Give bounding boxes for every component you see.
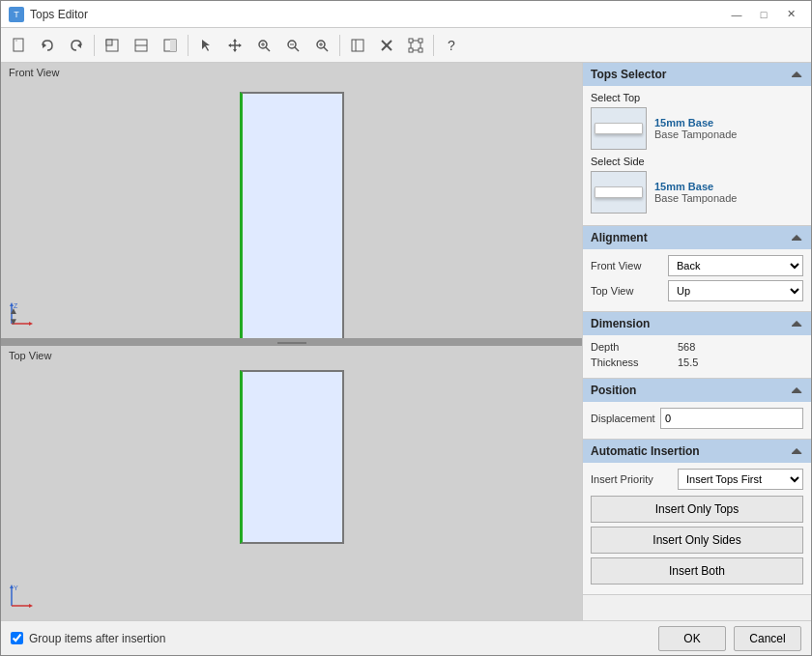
close-button[interactable]: ✕ [778,5,803,24]
select-button[interactable] [192,32,219,59]
alignment-section: Alignment ⏶ Front View Back Front Center… [583,226,811,312]
svg-marker-14 [228,43,231,47]
zoom-out-button[interactable] [279,32,306,59]
view3-button[interactable] [157,32,184,59]
svg-rect-34 [409,48,413,52]
side-thumbnail-inner [594,186,643,198]
top-item-name: 15mm Base [654,117,737,128]
svg-rect-32 [409,39,413,43]
auto-insertion-header[interactable]: Automatic Insertion ⏶ [583,440,811,463]
bottom-buttons: OK Cancel [658,626,801,651]
sep2 [188,35,188,56]
svg-line-24 [324,47,328,51]
top-thumbnail[interactable] [591,107,647,150]
svg-line-21 [295,47,299,51]
front-viewport: Front View Z ▲ ▼ [1,63,582,341]
position-content: Displacement [583,402,811,439]
svg-rect-5 [106,40,112,45]
undo-button[interactable] [34,32,61,59]
select-side-label: Select Side [591,156,803,167]
svg-rect-33 [419,39,422,43]
zoom-in-button[interactable] [308,32,335,59]
alignment-content: Front View Back Front Center Top View Up… [583,249,811,311]
alignment-title: Alignment [591,231,648,244]
window-title: Tops Editor [30,8,88,21]
svg-marker-3 [77,43,81,48]
displacement-input[interactable] [660,408,803,429]
alignment-collapse-icon: ⏶ [790,230,803,245]
svg-marker-12 [233,39,237,42]
right-panel: Tops Selector ⏶ Select Top 15mm Base Bas… [582,63,811,620]
top-item: 15mm Base Base Tamponade [591,107,803,150]
front-canvas: Z ▲ ▼ [1,63,582,338]
top-view-select[interactable]: Up Down Center [668,280,803,301]
displacement-row: Displacement [591,408,803,429]
title-controls: — □ ✕ [724,5,803,24]
depth-row: Depth 568 [591,341,803,353]
tops-selector-section: Tops Selector ⏶ Select Top 15mm Base Bas… [583,63,811,226]
front-view-label: Front View [9,67,59,78]
svg-text:Y: Y [14,585,18,591]
dimension-section: Dimension ⏶ Depth 568 Thickness 15.5 [583,312,811,379]
zoom-region-button[interactable] [250,32,277,59]
redo-button[interactable] [63,32,90,59]
delete-button[interactable] [373,32,400,59]
insert-only-tops-button[interactable]: Insert Only Tops [591,496,803,523]
position-header[interactable]: Position ⏶ [583,379,811,402]
depth-value: 568 [678,341,695,353]
tops-selector-collapse-icon: ⏶ [790,67,803,82]
front-view-form-label: Front View [591,260,668,271]
front-shelf-shape [240,92,344,338]
thickness-row: Thickness 15.5 [591,357,803,368]
move-button[interactable] [221,32,248,59]
side-item-sub: Base Tamponade [654,192,737,204]
svg-line-17 [266,47,270,51]
app-icon: T [9,7,24,22]
priority-select[interactable]: Insert Tops First Insert Sides First [678,469,803,490]
help-button[interactable]: ? [438,32,465,59]
view2-button[interactable] [128,32,155,59]
settings-button[interactable] [344,32,371,59]
view1-button[interactable] [99,32,126,59]
insert-only-sides-button[interactable]: Insert Only Sides [591,527,803,554]
svg-marker-2 [43,43,46,48]
insert-both-button[interactable]: Insert Both [591,557,803,585]
side-item: 15mm Base Base Tamponade [591,171,803,214]
minimize-button[interactable]: — [724,5,749,24]
top-shelf-shape [240,370,344,544]
ok-button[interactable]: OK [658,626,726,651]
svg-marker-13 [233,49,237,52]
toolbar: ? [1,28,811,63]
top-item-sub: Base Tamponade [654,128,737,140]
front-view-select[interactable]: Back Front Center [668,255,803,276]
group-checkbox[interactable] [11,632,23,644]
new-button[interactable] [5,32,32,59]
tops-selector-header[interactable]: Tops Selector ⏶ [583,63,811,86]
group-checkbox-label[interactable]: Group items after insertion [29,632,165,645]
top-item-info: 15mm Base Base Tamponade [654,117,737,140]
sep1 [94,35,95,56]
top-axis-icon: Y [7,582,36,611]
top-canvas: Y [1,346,582,621]
depth-label: Depth [591,341,678,353]
position-section: Position ⏶ Displacement [583,379,811,440]
transform-button[interactable] [402,32,429,59]
front-axis-arrows: ▲ ▼ [9,305,18,327]
priority-row: Insert Priority Insert Tops First Insert… [591,469,803,490]
svg-marker-39 [29,322,33,326]
resize-handle [277,342,306,344]
priority-label: Insert Priority [591,473,678,485]
svg-rect-9 [170,40,176,51]
side-thumbnail[interactable] [591,171,647,214]
main-window: T Tops Editor — □ ✕ [0,0,812,656]
displacement-label: Displacement [591,413,660,424]
side-item-info: 15mm Base Base Tamponade [654,181,737,204]
maximize-button[interactable]: □ [751,5,776,24]
top-view-row: Top View Up Down Center [591,280,803,301]
bottom-bar: Group items after insertion OK Cancel [1,620,811,655]
top-view-form-label: Top View [591,285,668,297]
alignment-header[interactable]: Alignment ⏶ [583,226,811,249]
dimension-header[interactable]: Dimension ⏶ [583,312,811,335]
cancel-button[interactable]: Cancel [734,626,801,651]
top-thumbnail-inner [594,123,643,134]
